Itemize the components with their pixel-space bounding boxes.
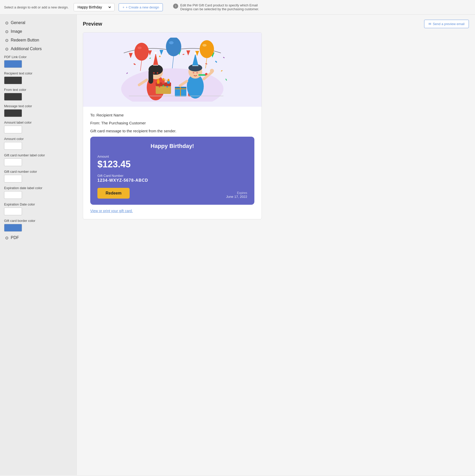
plus-icon: + [122, 5, 125, 9]
chevron-colors-icon: ⊙ [4, 46, 9, 51]
email-body: To: Recipient Name From: The Purchasing … [83, 107, 262, 219]
svg-marker-55 [192, 53, 198, 66]
svg-rect-70 [126, 72, 128, 74]
svg-point-61 [196, 72, 198, 73]
from-text-color-label: From text color [4, 88, 72, 92]
svg-rect-68 [221, 70, 223, 72]
svg-point-0 [121, 68, 223, 102]
section-pdf-label: PDF [11, 235, 19, 240]
gift-card-footer: Redeem Expires June 17, 2022 [97, 188, 247, 199]
expiry-date-color-label: Expiration Date color [4, 202, 72, 206]
svg-rect-65 [133, 63, 136, 65]
section-colors-label: Additional Colors [11, 47, 42, 51]
svg-point-57 [194, 52, 196, 55]
section-general[interactable]: ⊙ General [4, 20, 72, 25]
section-image-label: Image [11, 29, 22, 34]
create-design-button[interactable]: + + Create a new design [119, 3, 163, 11]
svg-marker-25 [153, 53, 158, 65]
from-text-color-swatch[interactable] [4, 93, 22, 101]
info-text: Edit the PW Gift Card product to specify… [180, 3, 270, 11]
svg-line-17 [172, 56, 174, 68]
svg-point-28 [153, 72, 155, 74]
svg-point-13 [138, 47, 142, 49]
svg-point-12 [134, 43, 149, 61]
gc-border-color-swatch[interactable] [4, 224, 22, 232]
email-from-line: From: The Purchasing Customer [90, 121, 254, 125]
send-preview-button[interactable]: ✉ Send a preview email [424, 20, 469, 28]
svg-rect-72 [159, 56, 161, 57]
color-field-pdf-link: PDF Link Color [4, 55, 72, 68]
gift-card-amount: $123.45 [97, 159, 247, 170]
sidebar: ⊙ General ⊙ Image ⊙ Redeem Button ⊙ Addi… [0, 15, 77, 475]
chevron-pdf-icon: ⊙ [4, 235, 9, 240]
message-text-color-label: Message text color [4, 104, 72, 108]
gc-number-color-label: Gift card number color [4, 170, 72, 174]
section-image[interactable]: ⊙ Image [4, 29, 72, 34]
redeem-button[interactable]: Redeem [97, 188, 130, 199]
color-field-expiry-date: Expiration Date color [4, 202, 72, 215]
send-preview-label: Send a preview email [433, 22, 465, 26]
expiry-label-color-label: Expiration date label color [4, 186, 72, 190]
svg-point-60 [193, 72, 194, 73]
color-field-from-text: From text color [4, 88, 72, 101]
envelope-icon: ✉ [428, 22, 431, 26]
design-select-wrapper[interactable]: Happy Birthday [74, 3, 115, 11]
color-field-gc-number: Gift card number color [4, 170, 72, 182]
email-message-line: Gift card message to the recipient from … [90, 129, 254, 133]
section-general-label: General [11, 20, 25, 25]
expiry-label-color-swatch[interactable] [4, 191, 22, 199]
recipient-text-color-swatch[interactable] [4, 77, 22, 84]
section-additional-colors[interactable]: ⊙ Additional Colors [4, 46, 72, 51]
color-field-amount-label: Amount label color [4, 121, 72, 133]
chevron-redeem-icon: ⊙ [4, 38, 9, 43]
gc-number-color-swatch[interactable] [4, 175, 22, 182]
amount-label-color-swatch[interactable] [4, 126, 22, 133]
svg-point-39 [167, 79, 169, 81]
gift-card-block: Happy Birthday! Amount $123.45 Gift Card… [90, 137, 254, 205]
svg-point-41 [163, 85, 164, 86]
svg-point-37 [157, 79, 159, 81]
svg-point-19 [202, 44, 207, 47]
svg-line-20 [206, 58, 207, 68]
recipient-text-color-label: Recipient text color [4, 71, 72, 75]
svg-rect-73 [183, 54, 185, 55]
svg-rect-74 [223, 57, 225, 58]
expires-date: June 17, 2022 [226, 195, 247, 199]
svg-marker-8 [186, 50, 190, 56]
gc-number-label-color-swatch[interactable] [4, 158, 22, 166]
svg-point-27 [155, 52, 157, 54]
preview-header: Preview ✉ Send a preview email [83, 20, 469, 28]
amount-color-swatch[interactable] [4, 142, 22, 150]
view-print-link[interactable]: View or print your gift card. [90, 209, 133, 213]
gift-card-number-label: Gift Card Number [97, 174, 247, 178]
message-text-color-swatch[interactable] [4, 109, 22, 117]
section-pdf[interactable]: ⊙ PDF [4, 235, 72, 240]
pdf-link-color-swatch[interactable] [4, 60, 22, 68]
create-design-label: + Create a new design [126, 5, 159, 9]
svg-line-14 [140, 61, 142, 71]
email-image-area [83, 33, 262, 107]
svg-rect-24 [149, 70, 153, 84]
amount-color-label: Amount color [4, 137, 72, 141]
amount-label-color-label: Amount label color [4, 121, 72, 124]
gift-card-amount-label: Amount [97, 155, 247, 158]
main-layout: ⊙ General ⊙ Image ⊙ Redeem Button ⊙ Addi… [0, 15, 475, 475]
svg-rect-71 [225, 79, 227, 81]
select-label: Select a design to edit or add a new des… [4, 5, 69, 9]
expires-block: Expires June 17, 2022 [226, 191, 247, 199]
design-select[interactable]: Happy Birthday [76, 5, 112, 9]
section-redeem-button[interactable]: ⊙ Redeem Button [4, 38, 72, 43]
svg-point-63 [210, 69, 214, 73]
gift-card-title: Happy Birthday! [97, 143, 247, 149]
gc-border-color-label: Gift card border color [4, 219, 72, 223]
section-redeem-label: Redeem Button [11, 38, 39, 42]
color-field-gc-border: Gift card border color [4, 219, 72, 232]
svg-point-29 [157, 72, 158, 74]
chevron-image-icon: ⊙ [4, 29, 9, 34]
svg-point-40 [159, 86, 160, 88]
svg-rect-66 [149, 58, 151, 59]
svg-point-16 [169, 41, 174, 44]
preview-title: Preview [83, 21, 102, 27]
chevron-general-icon: ⊙ [4, 20, 9, 25]
expiry-date-color-swatch[interactable] [4, 208, 22, 215]
